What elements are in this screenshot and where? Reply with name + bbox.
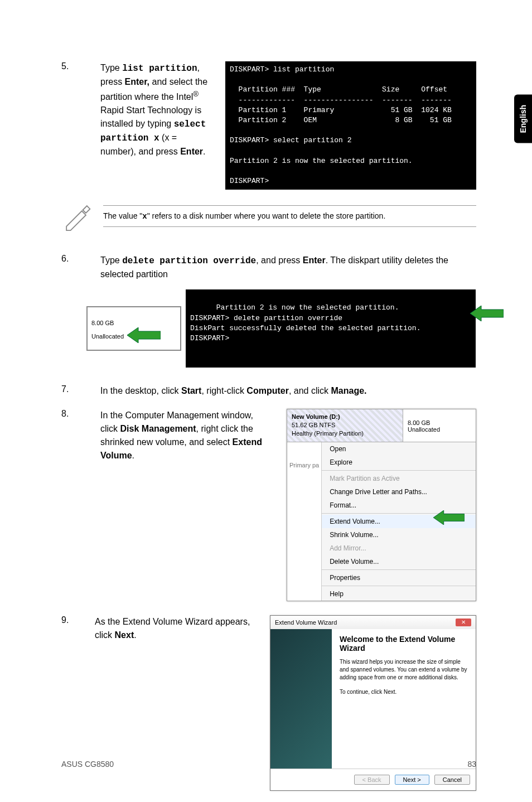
page-footer: ASUS CG8580 83 <box>61 760 476 769</box>
step-number: 7. <box>61 384 84 398</box>
context-menu: Open Explore Mark Partition as Active Ch… <box>321 442 476 601</box>
step-6: 6. Type delete partition override, and p… <box>61 254 476 281</box>
t: Enter <box>303 255 326 265</box>
t: Start <box>181 386 201 395</box>
footer-product: ASUS CG8580 <box>61 760 114 769</box>
disk-unallocated-box: 8.00 GB Unallocated <box>86 306 181 351</box>
back-button: < Back <box>354 775 390 785</box>
t: Enter, <box>125 77 149 86</box>
wizard-title: Extend Volume Wizard <box>275 619 456 626</box>
unallocated-panel: 8.00 GB Unallocated <box>403 409 476 442</box>
wizard-titlebar: Extend Volume Wizard ✕ <box>270 616 476 629</box>
volume-status: Healthy (Primary Partition) <box>292 429 398 438</box>
console-output-2: Partition 2 is now the selected partitio… <box>186 289 476 367</box>
cmd: delete partition override <box>122 256 256 266</box>
step-number: 9. <box>61 615 84 625</box>
step-text: As the Extend Volume Wizard appears, cli… <box>95 615 259 642</box>
step-5: 5. Type list partition, press Enter, and… <box>61 61 476 190</box>
console-output-1: DISKPART> list partition Partition ### T… <box>225 61 476 190</box>
menu-mark-active: Mark Partition as Active <box>322 472 476 485</box>
cmd: list partition <box>122 64 197 74</box>
primary-label: Primary pa <box>287 442 321 601</box>
next-button[interactable]: Next > <box>395 775 429 785</box>
step-6-images: 8.00 GB Unallocated Partition 2 is now t… <box>86 289 476 367</box>
menu-shrink-volume[interactable]: Shrink Volume... <box>322 528 476 542</box>
note-block: The value "x" refers to a disk number wh… <box>61 201 476 231</box>
wizard-sidebar <box>270 629 332 769</box>
step-text: Type list partition, press Enter, and se… <box>100 61 209 190</box>
cancel-button[interactable]: Cancel <box>434 775 470 785</box>
arrow-left-icon <box>433 510 465 526</box>
step-text: In the Computer Management window, click… <box>100 409 273 462</box>
t: . <box>132 451 134 460</box>
t: . <box>134 630 136 640</box>
page-number: 83 <box>467 760 476 769</box>
volume-size: 51.62 GB NTFS <box>292 421 398 429</box>
arrow-left-icon <box>436 296 504 335</box>
t: ® <box>193 90 199 98</box>
pencil-icon <box>61 201 92 231</box>
step-text: Type delete partition override, and pres… <box>100 254 476 281</box>
volume-name: New Volume (D:) <box>292 413 398 421</box>
unalloc-label: Unallocated <box>408 426 471 433</box>
menu-help[interactable]: Help <box>322 587 476 601</box>
wizard-description: This wizard helps you increase the size … <box>340 658 468 682</box>
disk-size: 8.00 GB <box>91 319 176 327</box>
step-number: 8. <box>61 409 84 601</box>
t: Enter <box>180 147 203 156</box>
t: , and click <box>289 386 331 395</box>
t: In the desktop, click <box>100 386 181 395</box>
menu-change-letter[interactable]: Change Drive Letter and Paths... <box>322 485 476 499</box>
t: Type <box>100 255 122 265</box>
step-7: 7. In the desktop, click Start, right-cl… <box>61 384 476 398</box>
volume-panel: New Volume (D:) 51.62 GB NTFS Healthy (P… <box>287 409 403 442</box>
wizard-heading: Welcome to the Extend Volume Wizard <box>340 635 468 653</box>
t: The value " <box>103 211 142 220</box>
menu-delete-volume[interactable]: Delete Volume... <box>322 555 476 568</box>
menu-add-mirror: Add Mirror... <box>322 542 476 555</box>
language-tab: English <box>514 95 532 143</box>
t: Disk Management <box>120 424 196 433</box>
step-8: 8. In the Computer Management window, cl… <box>61 409 476 601</box>
menu-properties[interactable]: Properties <box>322 571 476 584</box>
unalloc-size: 8.00 GB <box>408 419 471 426</box>
t: Partition 2 is now the selected partitio… <box>190 303 420 342</box>
t: Next <box>115 630 134 640</box>
close-icon[interactable]: ✕ <box>456 619 471 626</box>
step-number: 5. <box>61 61 84 190</box>
disk-state: Unallocated <box>91 332 124 341</box>
t: " refers to a disk number where you want… <box>147 211 386 220</box>
menu-extend-volume[interactable]: Extend Volume... <box>322 515 476 528</box>
t: Computer <box>246 386 289 395</box>
context-menu-screenshot: New Volume (D:) 51.62 GB NTFS Healthy (P… <box>287 409 476 601</box>
t: Manage. <box>331 386 366 395</box>
menu-open[interactable]: Open <box>322 442 476 456</box>
t: Extend Volume... <box>330 518 380 525</box>
menu-explore[interactable]: Explore <box>322 456 476 469</box>
t: x <box>142 212 147 221</box>
t: , and press <box>256 255 303 265</box>
arrow-left-icon <box>127 327 161 345</box>
wizard-continue: To continue, click Next. <box>340 688 468 696</box>
t: , right-click <box>201 386 246 395</box>
step-text: In the desktop, click Start, right-click… <box>100 384 476 398</box>
t: . <box>203 147 205 156</box>
step-number: 6. <box>61 254 84 281</box>
note-text: The value "x" refers to a disk number wh… <box>103 205 476 227</box>
t: Type <box>100 63 122 73</box>
